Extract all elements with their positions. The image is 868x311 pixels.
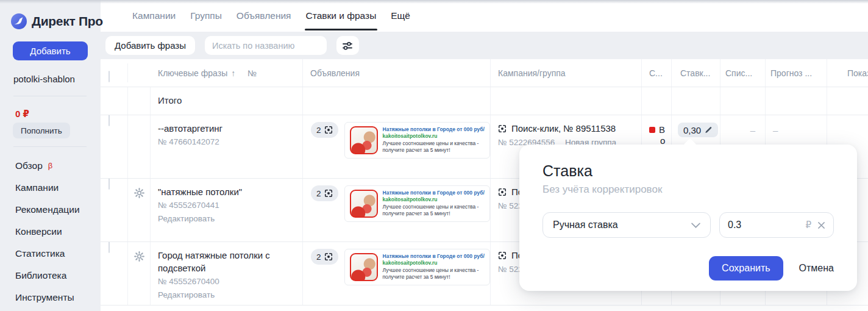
bid-chip[interactable]: 0,30 [678, 123, 718, 137]
keyphrase-text[interactable]: --автотаргетинг [158, 122, 295, 135]
chevron-down-icon [691, 223, 700, 228]
edit-link[interactable]: Редактировать [158, 214, 295, 223]
column-header-number: № [247, 68, 257, 78]
ads-count: 2 [316, 189, 321, 198]
sidebar-item-conversions[interactable]: Конверсии [15, 221, 80, 243]
sidebar-item-recommendations[interactable]: Рекомендации [15, 199, 80, 221]
bid-value: 0,30 [683, 125, 701, 135]
sidebar-item-label: Обзор [15, 160, 43, 171]
sidebar-item-tools[interactable]: Инструменты [15, 287, 80, 309]
bid-value-input[interactable] [728, 220, 802, 231]
status-red-indicator [649, 127, 655, 133]
column-header-bid[interactable]: Ставк... [672, 59, 720, 87]
sidebar-item-campaigns[interactable]: Кампании [15, 177, 80, 199]
sidebar-item-label: Статистика [15, 248, 65, 259]
keyphrase-number: № 45552670441 [158, 201, 295, 210]
sidebar-item-label: Рекомендации [15, 204, 80, 215]
column-header-keyphrases[interactable]: Ключевые фразы ↑ № [151, 59, 303, 87]
account-name[interactable]: potolki-shablon [13, 74, 75, 84]
ads-count: 2 [316, 126, 321, 135]
search-box[interactable] [205, 36, 327, 55]
row-checkbox[interactable] [108, 115, 110, 126]
ad-preview-card[interactable]: Натяжные потолки в Городе от 000 руб/м² … [344, 185, 490, 222]
keyphrase-number: № 47660142072 [158, 137, 295, 146]
ad-display-url: kakoitosaitpotolkov.ru [383, 196, 485, 203]
bid-value-field[interactable]: ₽ [719, 212, 834, 238]
expand-icon [324, 189, 333, 198]
sort-asc-icon: ↑ [231, 68, 235, 78]
gear-icon[interactable] [133, 187, 145, 199]
column-header-writeoff[interactable]: Спис... [720, 59, 766, 87]
column-header-campaign-group[interactable]: Кампания/группа [491, 59, 642, 87]
toolbar: Добавить фразы [101, 32, 868, 59]
sidebar-item-label: Конверсии [15, 226, 62, 237]
table-header-row: Ключевые фразы ↑ № Объявления Кампания/г… [101, 59, 868, 87]
ad-preview-card[interactable]: Натяжные потолки в Городе от 000 руб/м² … [344, 249, 490, 285]
tab-campaigns[interactable]: Кампании [125, 0, 183, 32]
app-logo[interactable]: Директ Про [11, 13, 101, 29]
column-header-label: С... [649, 68, 663, 78]
topup-button[interactable]: Пополнить [13, 123, 70, 138]
ad-thumbnail [350, 126, 378, 154]
popup-title: Ставка [542, 162, 834, 180]
ad-title-link[interactable]: Натяжные потолки в Городе от 000 руб/м² … [383, 190, 485, 196]
campaign-expand-icon [498, 124, 507, 133]
column-header-forecast[interactable]: Прогноз ... [766, 59, 827, 87]
tab-more[interactable]: Ещё [383, 0, 418, 32]
column-header-label: Спис... [725, 68, 752, 78]
select-all-checkbox[interactable] [108, 71, 110, 82]
edit-pencil-icon [705, 126, 713, 134]
keyphrase-text[interactable]: "натяжные потолки" [158, 185, 295, 198]
totals-row: Итого [101, 87, 868, 115]
sidebar-divider [13, 96, 87, 96]
gear-icon[interactable] [133, 251, 145, 262]
sidebar-divider [13, 146, 87, 147]
column-header-shows[interactable]: Показы [827, 59, 868, 87]
popup-subtitle: Без учёта корректировок [542, 184, 834, 196]
column-header-status[interactable]: С... [642, 59, 672, 87]
campaign-name[interactable]: Поиск-клик, № 89511538 [511, 123, 616, 134]
ad-description: Лучшее соотношение цены и качества - пол… [383, 204, 488, 217]
balance-amount: 0 ₽ [15, 109, 29, 120]
ads-count-badge[interactable]: 2 [311, 122, 338, 138]
filter-button[interactable] [336, 36, 359, 55]
ads-count-badge[interactable]: 2 [311, 185, 338, 201]
keyphrase-text[interactable]: Город натяжные потолки с подсветкой [158, 249, 295, 274]
clear-icon[interactable] [817, 221, 825, 229]
strategy-select[interactable]: Ручная ставка [542, 212, 711, 238]
ads-count-badge[interactable]: 2 [311, 249, 338, 265]
sliders-icon [341, 40, 354, 52]
tab-bids-and-phrases[interactable]: Ставки и фразы [299, 0, 384, 32]
sidebar-item-statistics[interactable]: Статистика [15, 243, 80, 265]
ad-description: Лучшее соотношение цены и качества - пол… [383, 267, 488, 281]
column-header-label: Ставк... [680, 68, 710, 78]
row-checkbox[interactable] [108, 178, 110, 190]
column-header-ads[interactable]: Объявления [303, 59, 491, 87]
sidebar-item-overview[interactable]: Обзор β [15, 155, 80, 177]
ad-preview-card[interactable]: Натяжные потолки в Городе от 000 руб/м² … [344, 122, 490, 159]
sidebar-nav: Обзор β Кампании Рекомендации Конверсии … [15, 155, 80, 309]
tab-groups[interactable]: Группы [183, 0, 229, 32]
sidebar-item-label: Кампании [15, 182, 59, 193]
cancel-button[interactable]: Отмена [799, 263, 834, 274]
ad-display-url: kakoitosaitpotolkov.ru [383, 260, 485, 266]
ad-title-link[interactable]: Натяжные потолки в Городе от 000 руб/м² … [383, 126, 485, 133]
row-checkbox[interactable] [108, 241, 110, 253]
add-phrases-button[interactable]: Добавить фразы [105, 36, 195, 55]
save-button[interactable]: Сохранить [709, 256, 783, 281]
sidebar-item-label: Инструменты [15, 292, 74, 303]
sidebar-item-label: Библиотека [15, 270, 66, 281]
edit-link[interactable]: Редактировать [158, 290, 295, 299]
search-input[interactable] [212, 41, 319, 51]
expand-icon [324, 126, 333, 134]
add-button[interactable]: Добавить [13, 41, 88, 60]
ad-thumbnail [350, 253, 378, 281]
campaign-expand-icon [498, 251, 507, 260]
expand-icon [324, 252, 333, 261]
sidebar-item-library[interactable]: Библиотека [15, 265, 80, 287]
sidebar: Директ Про Добавить potolki-shablon 0 ₽ … [0, 0, 101, 311]
column-header-label: Кампания/группа [498, 68, 566, 78]
tab-ads[interactable]: Объявления [229, 0, 299, 32]
ad-title-link[interactable]: Натяжные потолки в Городе от 000 руб/м² … [383, 253, 485, 260]
bid-edit-popup: Ставка Без учёта корректировок Ручная ст… [519, 145, 857, 291]
